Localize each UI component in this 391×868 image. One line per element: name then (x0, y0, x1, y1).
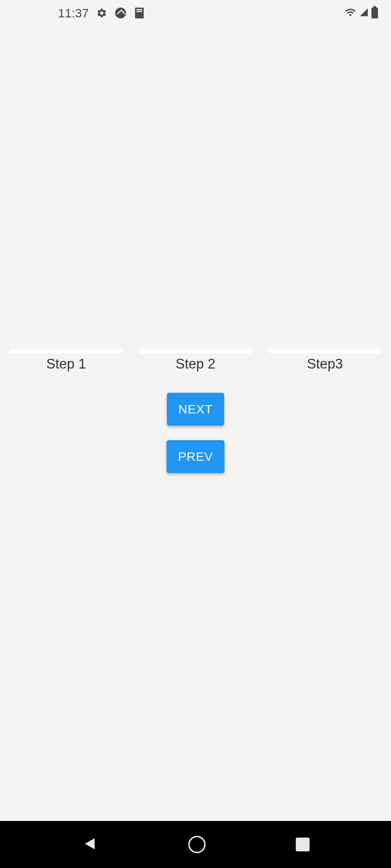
button-group: NEXT PREV (10, 393, 381, 473)
step-label: Step 1 (46, 356, 86, 372)
status-time: 11:37 (58, 6, 89, 20)
gear-icon (96, 7, 108, 19)
step-1: Step 1 (10, 349, 122, 372)
up-circle-icon (115, 7, 126, 19)
navigation-bar (0, 821, 391, 868)
step-2: Step 2 (139, 349, 251, 372)
back-icon[interactable] (81, 835, 98, 854)
document-icon (134, 7, 145, 19)
main-content: Step 1 Step 2 Step3 NEXT PREV (0, 349, 391, 473)
home-icon[interactable] (188, 836, 206, 853)
recent-apps-icon[interactable] (296, 838, 310, 851)
next-button[interactable]: NEXT (167, 393, 224, 426)
status-bar: 11:37 (0, 0, 391, 26)
battery-icon (371, 8, 378, 18)
status-bar-right (345, 7, 378, 20)
step-label: Step3 (307, 356, 343, 372)
step-label: Step 2 (176, 356, 215, 372)
status-bar-left: 11:37 (58, 6, 145, 20)
step-progress-bar (10, 349, 122, 353)
stepper: Step 1 Step 2 Step3 (10, 349, 381, 372)
step-progress-bar (269, 349, 381, 353)
prev-button[interactable]: PREV (167, 440, 225, 473)
step-progress-bar (139, 349, 251, 353)
step-3: Step3 (269, 349, 381, 372)
cellular-icon (359, 8, 369, 18)
wifi-icon (345, 7, 356, 20)
